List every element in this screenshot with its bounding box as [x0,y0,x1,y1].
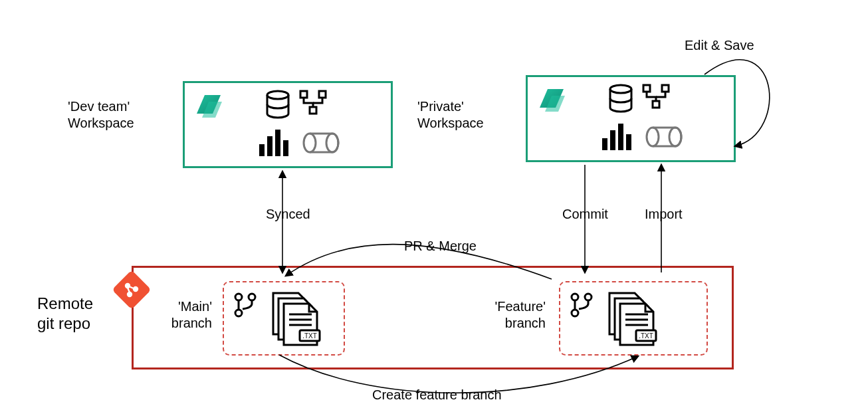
diagram-canvas: 'Dev team' Workspace [0,0,868,418]
arrow-edit-save [705,60,770,146]
label-create-feature: Create feature branch [372,387,502,403]
label-pr-merge: PR & Merge [404,238,477,255]
label-synced: Synced [266,206,310,223]
label-commit: Commit [562,206,608,223]
label-edit-save: Edit & Save [685,37,754,54]
arrow-layer [0,0,868,418]
label-import: Import [645,206,683,223]
